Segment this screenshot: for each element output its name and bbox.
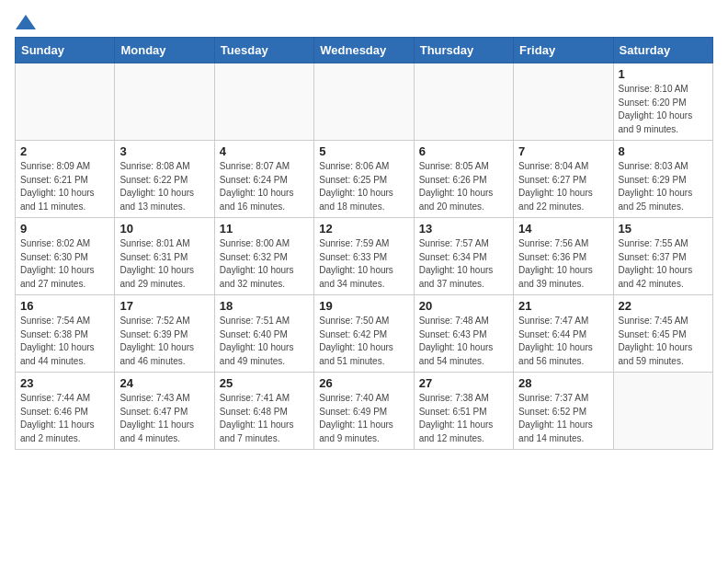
calendar-cell: 3Sunrise: 8:08 AM Sunset: 6:22 PM Daylig… (115, 141, 214, 218)
calendar-cell (115, 63, 214, 141)
day-number: 4 (220, 144, 309, 158)
day-number: 23 (20, 376, 109, 390)
day-number: 11 (220, 222, 309, 236)
calendar-cell: 1Sunrise: 8:10 AM Sunset: 6:20 PM Daylig… (613, 63, 712, 141)
day-number: 12 (319, 222, 408, 236)
day-info: Sunrise: 7:54 AM Sunset: 6:38 PM Dayligh… (20, 315, 109, 368)
day-header-saturday: Saturday (613, 38, 712, 63)
calendar-week-4: 16Sunrise: 7:54 AM Sunset: 6:38 PM Dayli… (16, 295, 713, 373)
header (15, 15, 713, 26)
day-info: Sunrise: 7:50 AM Sunset: 6:42 PM Dayligh… (319, 315, 408, 368)
calendar-cell: 19Sunrise: 7:50 AM Sunset: 6:42 PM Dayli… (314, 295, 414, 373)
day-info: Sunrise: 7:44 AM Sunset: 6:46 PM Dayligh… (20, 392, 109, 445)
day-info: Sunrise: 8:00 AM Sunset: 6:32 PM Dayligh… (220, 237, 309, 291)
day-number: 16 (20, 299, 109, 313)
day-info: Sunrise: 7:48 AM Sunset: 6:43 PM Dayligh… (419, 315, 508, 368)
day-info: Sunrise: 7:38 AM Sunset: 6:51 PM Dayligh… (419, 392, 508, 445)
calendar-cell: 8Sunrise: 8:03 AM Sunset: 6:29 PM Daylig… (613, 141, 712, 218)
calendar-cell: 13Sunrise: 7:57 AM Sunset: 6:34 PM Dayli… (414, 218, 513, 295)
calendar-cell (514, 63, 613, 141)
day-info: Sunrise: 8:03 AM Sunset: 6:29 PM Dayligh… (619, 160, 708, 213)
svg-marker-0 (16, 15, 36, 29)
calendar-week-2: 2Sunrise: 8:09 AM Sunset: 6:21 PM Daylig… (16, 141, 713, 218)
day-number: 3 (119, 144, 209, 158)
day-number: 13 (419, 222, 508, 236)
day-info: Sunrise: 8:02 AM Sunset: 6:30 PM Dayligh… (20, 237, 109, 291)
day-info: Sunrise: 7:43 AM Sunset: 6:47 PM Dayligh… (119, 392, 209, 445)
day-header-sunday: Sunday (16, 38, 115, 63)
day-info: Sunrise: 7:45 AM Sunset: 6:45 PM Dayligh… (619, 315, 708, 368)
day-info: Sunrise: 8:05 AM Sunset: 6:26 PM Dayligh… (419, 160, 508, 213)
day-info: Sunrise: 7:37 AM Sunset: 6:52 PM Dayligh… (518, 392, 608, 445)
day-info: Sunrise: 8:06 AM Sunset: 6:25 PM Dayligh… (319, 160, 408, 213)
day-number: 24 (119, 376, 209, 390)
day-header-tuesday: Tuesday (214, 38, 313, 63)
day-info: Sunrise: 7:59 AM Sunset: 6:33 PM Dayligh… (319, 237, 408, 291)
day-number: 10 (119, 222, 209, 236)
calendar-cell: 14Sunrise: 7:56 AM Sunset: 6:36 PM Dayli… (514, 218, 613, 295)
calendar-body: 1Sunrise: 8:10 AM Sunset: 6:20 PM Daylig… (16, 63, 713, 450)
calendar-cell (314, 63, 414, 141)
calendar: SundayMondayTuesdayWednesdayThursdayFrid… (15, 37, 713, 450)
day-header-wednesday: Wednesday (314, 38, 414, 63)
day-number: 20 (419, 299, 508, 313)
calendar-cell: 2Sunrise: 8:09 AM Sunset: 6:21 PM Daylig… (16, 141, 115, 218)
calendar-cell: 21Sunrise: 7:47 AM Sunset: 6:44 PM Dayli… (514, 295, 613, 373)
day-number: 14 (518, 222, 608, 236)
calendar-cell: 9Sunrise: 8:02 AM Sunset: 6:30 PM Daylig… (16, 218, 115, 295)
day-number: 18 (220, 299, 309, 313)
calendar-cell: 26Sunrise: 7:40 AM Sunset: 6:49 PM Dayli… (314, 373, 414, 450)
day-info: Sunrise: 8:01 AM Sunset: 6:31 PM Dayligh… (119, 237, 209, 291)
day-header-friday: Friday (514, 38, 613, 63)
day-number: 26 (319, 376, 408, 390)
day-info: Sunrise: 8:09 AM Sunset: 6:21 PM Dayligh… (20, 160, 109, 213)
calendar-cell (16, 63, 115, 141)
calendar-week-1: 1Sunrise: 8:10 AM Sunset: 6:20 PM Daylig… (16, 63, 713, 141)
day-info: Sunrise: 8:10 AM Sunset: 6:20 PM Dayligh… (619, 83, 708, 136)
calendar-cell (414, 63, 513, 141)
day-number: 9 (20, 222, 109, 236)
calendar-week-5: 23Sunrise: 7:44 AM Sunset: 6:46 PM Dayli… (16, 373, 713, 450)
day-info: Sunrise: 7:57 AM Sunset: 6:34 PM Dayligh… (419, 237, 508, 291)
day-info: Sunrise: 7:55 AM Sunset: 6:37 PM Dayligh… (619, 237, 708, 291)
day-number: 5 (319, 144, 408, 158)
calendar-cell: 17Sunrise: 7:52 AM Sunset: 6:39 PM Dayli… (115, 295, 214, 373)
day-info: Sunrise: 8:04 AM Sunset: 6:27 PM Dayligh… (518, 160, 608, 213)
calendar-cell: 4Sunrise: 8:07 AM Sunset: 6:24 PM Daylig… (214, 141, 313, 218)
day-header-monday: Monday (115, 38, 214, 63)
day-number: 8 (619, 144, 708, 158)
calendar-cell: 22Sunrise: 7:45 AM Sunset: 6:45 PM Dayli… (613, 295, 712, 373)
day-info: Sunrise: 7:41 AM Sunset: 6:48 PM Dayligh… (220, 392, 309, 445)
day-info: Sunrise: 8:08 AM Sunset: 6:22 PM Dayligh… (119, 160, 209, 213)
calendar-cell (613, 373, 712, 450)
calendar-cell: 10Sunrise: 8:01 AM Sunset: 6:31 PM Dayli… (115, 218, 214, 295)
calendar-cell: 23Sunrise: 7:44 AM Sunset: 6:46 PM Dayli… (16, 373, 115, 450)
calendar-cell: 20Sunrise: 7:48 AM Sunset: 6:43 PM Dayli… (414, 295, 513, 373)
day-info: Sunrise: 8:07 AM Sunset: 6:24 PM Dayligh… (220, 160, 309, 213)
day-info: Sunrise: 7:56 AM Sunset: 6:36 PM Dayligh… (518, 237, 608, 291)
calendar-cell: 12Sunrise: 7:59 AM Sunset: 6:33 PM Dayli… (314, 218, 414, 295)
logo (15, 15, 37, 26)
calendar-cell: 15Sunrise: 7:55 AM Sunset: 6:37 PM Dayli… (613, 218, 712, 295)
day-number: 28 (518, 376, 608, 390)
day-number: 25 (220, 376, 309, 390)
calendar-cell: 25Sunrise: 7:41 AM Sunset: 6:48 PM Dayli… (214, 373, 313, 450)
calendar-cell: 5Sunrise: 8:06 AM Sunset: 6:25 PM Daylig… (314, 141, 414, 218)
calendar-cell: 27Sunrise: 7:38 AM Sunset: 6:51 PM Dayli… (414, 373, 513, 450)
calendar-cell: 6Sunrise: 8:05 AM Sunset: 6:26 PM Daylig… (414, 141, 513, 218)
calendar-cell (214, 63, 313, 141)
day-number: 21 (518, 299, 608, 313)
calendar-cell: 18Sunrise: 7:51 AM Sunset: 6:40 PM Dayli… (214, 295, 313, 373)
calendar-cell: 28Sunrise: 7:37 AM Sunset: 6:52 PM Dayli… (514, 373, 613, 450)
day-number: 2 (20, 144, 109, 158)
calendar-cell: 24Sunrise: 7:43 AM Sunset: 6:47 PM Dayli… (115, 373, 214, 450)
day-info: Sunrise: 7:52 AM Sunset: 6:39 PM Dayligh… (119, 315, 209, 368)
day-number: 1 (619, 67, 708, 81)
day-info: Sunrise: 7:47 AM Sunset: 6:44 PM Dayligh… (518, 315, 608, 368)
logo-icon (16, 15, 36, 29)
calendar-cell: 7Sunrise: 8:04 AM Sunset: 6:27 PM Daylig… (514, 141, 613, 218)
day-number: 19 (319, 299, 408, 313)
day-number: 17 (119, 299, 209, 313)
calendar-cell: 16Sunrise: 7:54 AM Sunset: 6:38 PM Dayli… (16, 295, 115, 373)
day-header-thursday: Thursday (414, 38, 513, 63)
